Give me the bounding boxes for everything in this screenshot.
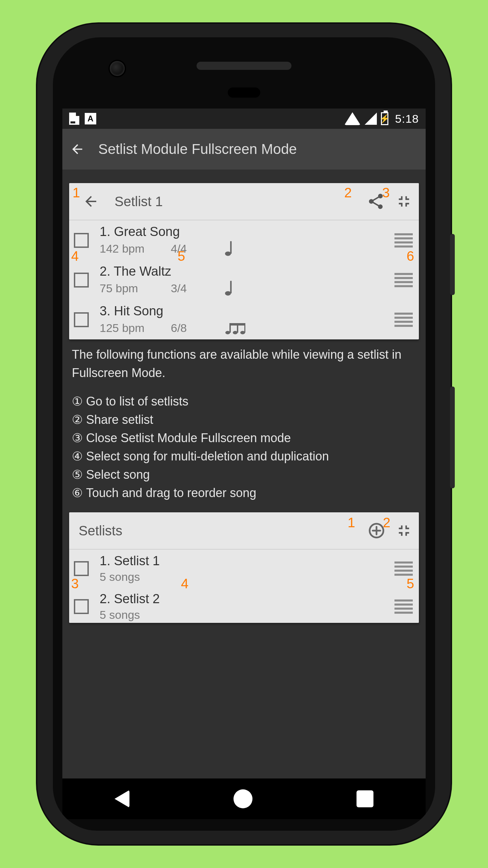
app-bar: Setlist Module Fullscreen Mode bbox=[62, 129, 426, 170]
panel-header: Setlists 1 2 bbox=[69, 512, 419, 550]
add-setlist-button[interactable] bbox=[367, 521, 386, 540]
description-block: The following functions are available wh… bbox=[69, 339, 419, 512]
drag-handle[interactable] bbox=[389, 599, 413, 614]
song-title: 1. Great Song bbox=[100, 224, 389, 239]
svg-rect-10 bbox=[229, 323, 245, 326]
function-item: ④Select song for multi-deletion and dupl… bbox=[72, 447, 416, 466]
phone-body: A ⚡ 5:18 Setlist Module Fullscreen Mode bbox=[53, 37, 435, 831]
sensor-pill bbox=[228, 87, 260, 98]
setlist-row[interactable]: 1. Setlist 1 5 songs bbox=[69, 550, 419, 588]
svg-point-2 bbox=[225, 291, 231, 296]
panel-header: 1 Setlist 1 2 3 bbox=[69, 183, 419, 220]
song-bpm: 142 bpm bbox=[100, 242, 171, 255]
song-bpm: 125 bpm bbox=[100, 321, 171, 335]
svg-rect-3 bbox=[230, 281, 231, 293]
back-button[interactable] bbox=[70, 142, 85, 157]
nav-home-button[interactable] bbox=[233, 789, 252, 808]
setlist-meta: 5 songs bbox=[100, 608, 389, 622]
function-item: ③Close Setlist Module Fullscreen mode bbox=[72, 429, 416, 447]
setlists-panel: Setlists 1 2 1. Se bbox=[69, 512, 419, 623]
nav-recent-button[interactable] bbox=[357, 790, 373, 807]
share-button[interactable] bbox=[367, 192, 385, 211]
setlist-title: 1. Setlist 1 bbox=[100, 554, 389, 568]
drag-handle[interactable] bbox=[389, 561, 413, 576]
function-item: ⑤Select song bbox=[72, 466, 416, 484]
description-intro: The following functions are available wh… bbox=[72, 346, 416, 382]
song-title: 2. The Waltz bbox=[100, 264, 389, 279]
song-row[interactable]: 1. Great Song 142 bpm 4/4 bbox=[69, 220, 419, 260]
plus-circle-icon bbox=[367, 521, 386, 540]
song-time-signature: 4/4 bbox=[171, 242, 225, 255]
arrow-left-icon bbox=[70, 142, 85, 157]
function-list: ①Go to list of setlists ②Share setlist ③… bbox=[72, 392, 416, 502]
setlist-back-button[interactable] bbox=[83, 193, 99, 210]
drag-handle[interactable] bbox=[389, 313, 413, 327]
drag-handle[interactable] bbox=[389, 233, 413, 248]
panel-title: Setlist 1 bbox=[115, 194, 163, 209]
sd-card-icon bbox=[69, 113, 79, 125]
phone-frame: A ⚡ 5:18 Setlist Module Fullscreen Mode bbox=[37, 24, 451, 844]
status-bar: A ⚡ 5:18 bbox=[62, 108, 426, 129]
exit-fullscreen-button[interactable] bbox=[395, 193, 413, 210]
speaker-grille bbox=[197, 62, 291, 70]
note-icon bbox=[225, 241, 266, 256]
song-time-signature: 6/8 bbox=[171, 321, 225, 335]
song-time-signature: 3/4 bbox=[171, 282, 225, 295]
beamed-notes-icon bbox=[225, 320, 266, 335]
fullscreen-exit-icon bbox=[395, 522, 413, 539]
exit-fullscreen-button[interactable] bbox=[395, 522, 413, 539]
share-icon bbox=[367, 192, 385, 211]
song-checkbox[interactable] bbox=[74, 273, 89, 288]
song-row[interactable]: 4 5 6 2. The Waltz 75 bpm 3/4 bbox=[69, 260, 419, 300]
battery-charging-icon: ⚡ bbox=[381, 112, 388, 125]
android-nav-bar bbox=[62, 778, 426, 819]
setlist-checkbox[interactable] bbox=[74, 599, 89, 614]
setlist-meta: 5 songs bbox=[100, 570, 389, 584]
note-icon bbox=[225, 281, 266, 296]
annotation-marker: 2 bbox=[344, 185, 352, 200]
svg-point-5 bbox=[233, 331, 238, 334]
nav-back-button[interactable] bbox=[115, 790, 129, 808]
camera-dot bbox=[110, 61, 125, 76]
drag-handle[interactable] bbox=[389, 273, 413, 287]
wifi-icon bbox=[344, 112, 361, 125]
setlist-preview-panel: 1 Setlist 1 2 3 bbox=[69, 183, 419, 339]
song-title: 3. Hit Song bbox=[100, 304, 389, 318]
song-checkbox[interactable] bbox=[74, 233, 89, 248]
function-item: ①Go to list of setlists bbox=[72, 392, 416, 411]
setlist-title: 2. Setlist 2 bbox=[100, 592, 389, 606]
annotation-marker: 1 bbox=[348, 515, 355, 530]
page-title: Setlist Module Fullscreen Mode bbox=[98, 141, 297, 157]
fullscreen-exit-icon bbox=[395, 193, 413, 210]
cell-signal-icon bbox=[365, 113, 377, 125]
content-area: 1 Setlist 1 2 3 bbox=[62, 170, 426, 778]
function-item: ⑥Touch and drag to reorder song bbox=[72, 484, 416, 502]
arrow-left-icon bbox=[83, 193, 99, 210]
text-input-icon: A bbox=[85, 113, 96, 124]
phone-side-button bbox=[450, 234, 455, 295]
phone-hardware-top bbox=[53, 37, 435, 108]
song-row[interactable]: 3. Hit Song 125 bpm 6/8 bbox=[69, 300, 419, 339]
svg-rect-1 bbox=[230, 241, 231, 254]
svg-point-4 bbox=[225, 331, 230, 334]
panel-title: Setlists bbox=[79, 523, 122, 538]
function-item: ②Share setlist bbox=[72, 411, 416, 429]
setlist-checkbox[interactable] bbox=[74, 561, 89, 576]
svg-point-6 bbox=[240, 331, 245, 334]
annotation-marker: 1 bbox=[73, 185, 80, 200]
clock: 5:18 bbox=[395, 112, 419, 125]
song-checkbox[interactable] bbox=[74, 312, 89, 327]
phone-side-button bbox=[450, 387, 455, 488]
song-bpm: 75 bpm bbox=[100, 282, 171, 295]
setlist-row[interactable]: 3 4 5 2. Setlist 2 5 songs bbox=[69, 588, 419, 623]
svg-point-0 bbox=[225, 252, 231, 256]
screen: A ⚡ 5:18 Setlist Module Fullscreen Mode bbox=[62, 108, 426, 778]
